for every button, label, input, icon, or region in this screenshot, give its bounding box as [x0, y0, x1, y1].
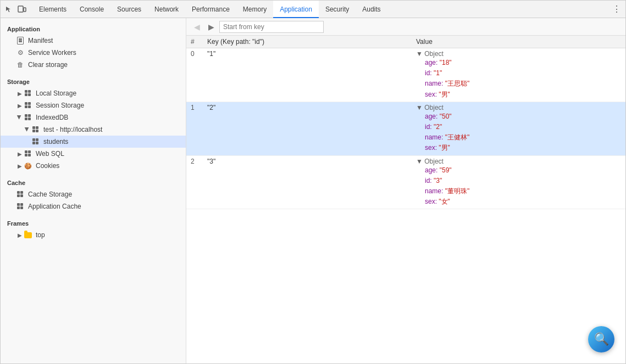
floating-search-icon[interactable]: 🔍 — [588, 326, 614, 352]
prop-value: "王思聪" — [445, 80, 470, 87]
local-storage-icon — [24, 89, 32, 98]
sidebar: Application Manifest ⚙ Service Workers 🗑… — [1, 18, 186, 363]
session-storage-icon — [24, 101, 32, 110]
row-key: "1" — [203, 48, 412, 102]
devtools-icons — [3, 3, 28, 15]
row-value: ▼ Object age: "18"id: "1"name: "王思聪"sex:… — [412, 48, 625, 102]
data-table: # Key (Key path: "id") Value 0 "1" ▼ Obj… — [186, 36, 625, 363]
prop-value: "董明珠" — [445, 187, 470, 195]
tree-arrow-indexeddb[interactable]: ▶ — [16, 114, 24, 121]
prop-name: age: — [425, 166, 437, 174]
sidebar-item-service-workers[interactable]: ⚙ Service Workers — [1, 47, 186, 59]
prop-name: name: — [425, 80, 443, 87]
sidebar-item-cache-storage[interactable]: Cache Storage — [1, 188, 186, 200]
database-icon — [31, 125, 40, 134]
forward-button[interactable]: ▶ — [205, 21, 217, 33]
cache-section-title: Cache — [1, 176, 186, 188]
tab-elements[interactable]: Elements — [32, 1, 73, 18]
prop-name: age: — [425, 113, 437, 120]
property-line: age: "50" — [416, 111, 621, 122]
more-tabs-icon[interactable]: ⋮ — [610, 3, 623, 16]
property-line: name: "王健林" — [416, 132, 621, 143]
tab-bar: Elements Console Sources Network Perform… — [1, 1, 625, 18]
tab-audits[interactable]: Audits — [356, 1, 387, 18]
property-line: id: "3" — [416, 176, 621, 186]
property-line: name: "王思聪" — [416, 79, 621, 89]
application-section-title: Application — [1, 23, 186, 35]
prop-name: id: — [425, 69, 432, 77]
tab-sources[interactable]: Sources — [110, 1, 148, 18]
svg-rect-0 — [18, 6, 23, 12]
tab-console[interactable]: Console — [73, 1, 110, 18]
sidebar-item-application-cache[interactable]: Application Cache — [1, 200, 186, 212]
indexeddb-icon — [24, 113, 32, 122]
value-block: age: "50"id: "2"name: "王健林"sex: "男" — [416, 111, 621, 154]
object-expand[interactable]: ▼ Object — [416, 50, 444, 58]
tree-arrow-session-storage[interactable]: ▶ — [16, 102, 24, 109]
sidebar-item-students[interactable]: students — [1, 136, 186, 148]
row-value: ▼ Object age: "59"id: "3"name: "董明珠"sex:… — [412, 155, 625, 209]
property-line: name: "董明珠" — [416, 186, 621, 197]
sidebar-item-indexeddb[interactable]: ▶ IndexedDB — [1, 111, 186, 124]
tab-security[interactable]: Security — [319, 1, 356, 18]
sidebar-item-cookies[interactable]: ▶ 🍪 Cookies — [1, 160, 186, 172]
prop-name: name: — [425, 187, 443, 195]
tab-performance[interactable]: Performance — [185, 1, 236, 18]
tree-arrow-top[interactable]: ▶ — [16, 231, 24, 239]
application-cache-icon — [16, 202, 25, 211]
value-block: age: "59"id: "3"name: "董明珠"sex: "女" — [416, 165, 621, 208]
tree-arrow-local-storage[interactable]: ▶ — [16, 89, 24, 97]
back-button[interactable]: ◀ — [191, 21, 203, 33]
row-key: "2" — [203, 102, 412, 155]
sidebar-item-web-sql[interactable]: ▶ Web SQL — [1, 148, 186, 160]
row-num: 2 — [186, 155, 203, 209]
prop-value: "男" — [439, 144, 450, 152]
tree-arrow-test-host[interactable]: ▶ — [24, 126, 31, 133]
prop-name: sex: — [425, 144, 437, 152]
row-key: "3" — [203, 155, 412, 209]
web-sql-icon — [24, 149, 32, 158]
sidebar-item-top[interactable]: ▶ top — [1, 229, 186, 241]
tab-application[interactable]: Application — [273, 1, 319, 18]
table-row[interactable]: 0 "1" ▼ Object age: "18"id: "1"name: "王思… — [186, 48, 625, 102]
prop-value: "3" — [434, 177, 442, 184]
tab-network[interactable]: Network — [148, 1, 185, 18]
cache-storage-icon — [16, 190, 25, 199]
prop-value: "18" — [440, 59, 452, 66]
sidebar-item-clear-storage[interactable]: 🗑 Clear storage — [1, 59, 186, 71]
prop-name: age: — [425, 59, 437, 66]
content-area: ◀ ▶ # Key (Key path: "id") Value 0 — [186, 18, 625, 363]
tab-memory[interactable]: Memory — [236, 1, 273, 18]
prop-value: "男" — [439, 91, 450, 98]
prop-value: "50" — [440, 113, 452, 120]
row-num: 1 — [186, 102, 203, 155]
cursor-icon[interactable] — [3, 3, 15, 15]
frames-section-title: Frames — [1, 217, 186, 229]
object-expand[interactable]: ▼ Object — [416, 104, 444, 111]
storage-section-title: Storage — [1, 75, 186, 87]
prop-name: name: — [425, 133, 443, 141]
cookies-icon: 🍪 — [24, 161, 32, 170]
table-row[interactable]: 1 "2" ▼ Object age: "50"id: "2"name: "王健… — [186, 102, 625, 155]
sidebar-item-local-storage[interactable]: ▶ Local Storage — [1, 87, 186, 99]
devtools-window: Elements Console Sources Network Perform… — [0, 0, 626, 364]
sidebar-item-test-host[interactable]: ▶ test - http://localhost — [1, 124, 186, 136]
value-block: age: "18"id: "1"name: "王思聪"sex: "男" — [416, 58, 621, 100]
property-line: id: "1" — [416, 68, 621, 79]
tree-arrow-web-sql[interactable]: ▶ — [16, 150, 24, 158]
sidebar-item-manifest[interactable]: Manifest — [1, 35, 186, 47]
object-expand[interactable]: ▼ Object — [416, 158, 444, 165]
svg-rect-1 — [24, 8, 26, 12]
property-line: sex: "女" — [416, 197, 621, 207]
table-icon — [31, 137, 40, 146]
prop-value: "女" — [439, 198, 450, 205]
sidebar-item-session-storage[interactable]: ▶ Session Storage — [1, 99, 186, 111]
table-row[interactable]: 2 "3" ▼ Object age: "59"id: "3"name: "董明… — [186, 155, 625, 209]
prop-value: "王健林" — [445, 133, 470, 141]
manifest-icon — [16, 36, 25, 45]
property-line: sex: "男" — [416, 143, 621, 153]
start-from-input[interactable] — [219, 21, 324, 33]
device-toggle-icon[interactable] — [16, 3, 28, 15]
tree-arrow-cookies[interactable]: ▶ — [16, 162, 24, 170]
prop-name: id: — [425, 123, 432, 131]
